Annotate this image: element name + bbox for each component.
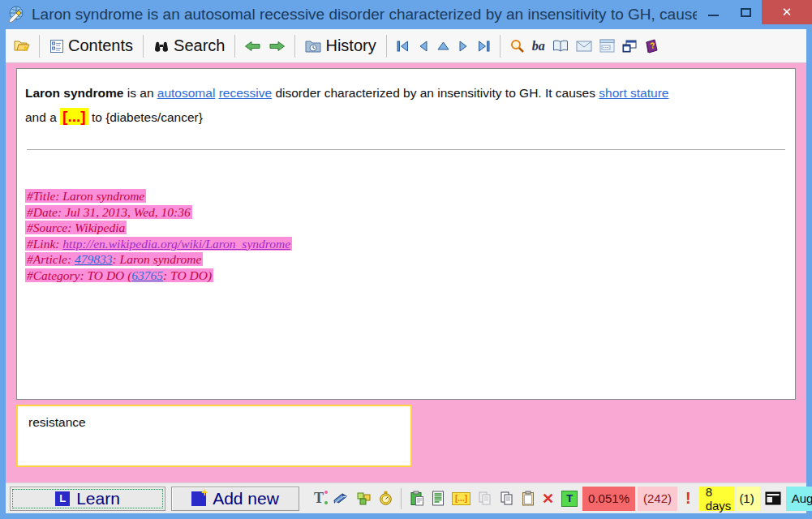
back-button[interactable] <box>243 38 263 54</box>
link-short-stature[interactable]: short stature <box>599 86 668 100</box>
link-recessive[interactable]: recessive <box>219 86 272 100</box>
timer-button[interactable] <box>376 491 395 506</box>
blue-book-icon <box>333 491 349 505</box>
help-button[interactable]: ? <box>642 37 661 55</box>
meta-title-line: #Title: Laron syndrome <box>25 188 787 204</box>
titlebar-left: Laron syndrome is an autosomal recessive… <box>6 0 697 29</box>
prev-element-icon <box>417 41 429 52</box>
meta-link-line: #Link: http://en.wikipedia.org/wiki/Laro… <box>25 236 787 252</box>
windows-button[interactable] <box>621 38 638 54</box>
duplicate-button[interactable] <box>475 491 495 506</box>
separator <box>386 35 387 58</box>
window-stack-icon <box>622 40 637 53</box>
wikipedia-link[interactable]: http://en.wikipedia.org/wiki/Laron_syndr… <box>62 237 290 251</box>
black-window-icon <box>765 491 781 505</box>
next-review-date-badge[interactable]: Aug 09, 2013 <box>786 487 812 511</box>
history-button[interactable]: History <box>303 35 378 57</box>
form-window-icon <box>599 39 615 53</box>
magnifier-icon <box>509 38 525 54</box>
open-collection-button[interactable] <box>12 37 32 54</box>
minimize-button[interactable] <box>697 0 729 24</box>
cubes-icon <box>356 491 372 506</box>
arrow-left-icon <box>244 40 261 53</box>
cloze-button[interactable]: [...] <box>449 492 473 505</box>
add-new-label: Add new <box>213 489 279 508</box>
status-toolbar: L Learn + Add new T <box>6 483 806 513</box>
category-id-link[interactable]: 63765 <box>131 268 163 282</box>
knowledge-button[interactable] <box>354 491 374 506</box>
window-body: Contents Search <box>6 29 806 513</box>
minimize-icon <box>708 15 719 16</box>
copy-button[interactable] <box>497 491 517 506</box>
window-title: Laron syndrome is an autosomal recessive… <box>32 6 697 24</box>
meta-source-line: #Source: Wikipedia <box>25 220 787 236</box>
close-button[interactable]: ✕ <box>762 0 812 24</box>
nav-first-button[interactable] <box>394 39 411 54</box>
folder-open-icon <box>14 39 30 53</box>
exclamation-icon: ! <box>682 489 694 508</box>
nav-prev-button[interactable] <box>415 39 431 54</box>
maximize-button[interactable] <box>729 0 762 24</box>
template-button[interactable] <box>598 37 617 54</box>
text-format-button[interactable]: T <box>310 490 328 507</box>
translate-ba-icon: ba <box>532 39 545 54</box>
forward-button[interactable] <box>267 38 287 54</box>
cloze-icon: [...] <box>452 492 470 505</box>
link-autosomal[interactable]: autosomal <box>157 86 216 100</box>
nav-last-button[interactable] <box>475 39 492 54</box>
titlebar: Laron syndrome is an autosomal recessive… <box>0 0 812 29</box>
copy-faded-icon <box>478 491 492 506</box>
last-element-icon <box>477 41 491 52</box>
email-button[interactable] <box>574 39 594 54</box>
parent-element-icon <box>436 41 450 51</box>
contents-label: Contents <box>68 36 133 55</box>
main-toolbar: Contents Search <box>6 29 806 63</box>
question-panel[interactable]: Laron syndrome is an autosomal recessive… <box>16 68 796 400</box>
article-id-link[interactable]: 479833 <box>75 252 113 266</box>
lookup-button[interactable]: ba <box>531 37 547 55</box>
outstanding-count-badge[interactable]: (242) <box>638 487 677 511</box>
search-label: Search <box>174 36 225 55</box>
nav-next-button[interactable] <box>456 39 471 54</box>
app-icon <box>6 5 26 24</box>
maximize-icon <box>741 8 751 17</box>
clipboard-icon <box>522 491 535 506</box>
envelope-icon <box>576 41 592 52</box>
copy-icon <box>500 491 514 506</box>
delete-button[interactable]: ✕ <box>539 490 556 508</box>
clipboard-button[interactable] <box>519 491 537 506</box>
history-label: History <box>325 36 376 55</box>
stopwatch-icon <box>379 491 393 506</box>
reference-button[interactable] <box>330 491 351 505</box>
horizontal-rule <box>27 149 785 150</box>
workload-button[interactable] <box>763 491 784 505</box>
paste-button[interactable] <box>407 491 427 506</box>
meta-article-line: #Article: 479833: Laron syndrome <box>25 251 787 268</box>
contents-icon <box>49 39 64 54</box>
search-button[interactable]: Search <box>151 35 227 57</box>
nav-up-button[interactable] <box>435 39 452 53</box>
help-book-icon: ? <box>644 39 659 54</box>
retention-badge[interactable]: 0.051% <box>582 487 635 511</box>
contents-button[interactable]: Contents <box>47 35 135 57</box>
learn-button[interactable]: L Learn <box>10 487 165 511</box>
question-text: Laron syndrome is an autosomal recessive… <box>25 81 787 129</box>
paste-icon <box>410 491 424 506</box>
article-button[interactable] <box>429 491 447 506</box>
answer-input[interactable]: resistance <box>16 405 412 467</box>
search-texts-button[interactable] <box>508 36 526 55</box>
green-dot <box>324 501 328 504</box>
dictionary-button[interactable] <box>551 38 570 54</box>
priority-button[interactable]: ! <box>680 489 697 508</box>
separator <box>500 35 501 58</box>
close-icon: ✕ <box>782 5 793 19</box>
repetition-count-badge[interactable]: (1) <box>737 487 759 511</box>
meta-category-line: #Category: TO DO (63765: TO DO) <box>25 268 787 284</box>
question-term: Laron syndrome <box>25 86 123 100</box>
add-text-button[interactable]: T <box>559 491 580 507</box>
add-new-button[interactable]: + Add new <box>171 487 299 511</box>
meta-date-line: #Date: Jul 31, 2013, Wed, 10:36 <box>25 204 787 221</box>
pink-dot <box>324 491 328 494</box>
interval-badge[interactable]: 8 days <box>699 487 735 511</box>
app-window: Laron syndrome is an autosomal recessive… <box>0 0 812 519</box>
